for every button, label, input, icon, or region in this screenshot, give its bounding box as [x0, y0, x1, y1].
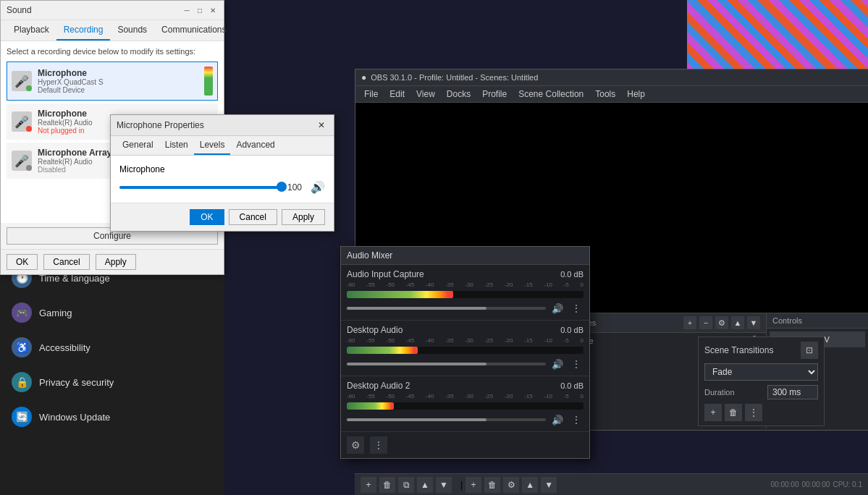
device-info-1: Microphone HyperX QuadCast S Default Dev… — [38, 68, 198, 94]
mixer-meter-labels-2: -60-55-50-45-40-35-30-25-20-15-10-50 — [347, 337, 583, 344]
windows-settings-page: 🕐 Time & language 🎮 Gaming ♿ Accessibili… — [0, 261, 224, 495]
dialog-titlebar: Microphone Properties ✕ — [111, 115, 334, 136]
mixer-gear-button[interactable]: ⚙ — [347, 436, 364, 454]
obs-menu-profile[interactable]: Profile — [476, 86, 513, 102]
slider-thumb[interactable] — [277, 182, 287, 192]
sources-down-button[interactable]: ▼ — [747, 316, 760, 329]
mixer-channel-1-header: Audio Input Capture 0.0 dB — [347, 269, 583, 279]
mic-properties-dialog: Microphone Properties ✕ General Listen L… — [110, 114, 334, 232]
windows-update-icon: 🔄 — [12, 407, 32, 427]
toolbar-scene-down-button[interactable]: ▼ — [541, 477, 557, 493]
sound-titlebar: Sound ─ □ ✕ — [1, 1, 224, 20]
titlebar-controls: ─ □ ✕ — [182, 5, 218, 15]
mixer-channel-3-header: Desktop Audio 2 0.0 dB — [347, 381, 583, 391]
dialog-cancel-button[interactable]: Cancel — [229, 209, 277, 225]
toolbar-scene-add-button[interactable]: + — [465, 477, 481, 493]
sources-settings-button[interactable]: ⚙ — [715, 316, 728, 329]
mixer-more-button-1[interactable]: ⋮ — [569, 301, 583, 316]
obs-menu-tools[interactable]: Tools — [589, 86, 621, 102]
dialog-ok-button[interactable]: OK — [190, 209, 224, 225]
apply-button[interactable]: Apply — [96, 254, 136, 270]
tab-communications[interactable]: Communications — [154, 20, 233, 41]
obs-menubar: File Edit View Docks Profile Scene Colle… — [355, 86, 868, 103]
settings-item-accessibility[interactable]: ♿ Accessibility — [0, 330, 224, 365]
mixer-mute-button-1[interactable]: 🔊 — [550, 301, 565, 316]
ok-button[interactable]: OK — [7, 254, 38, 270]
toolbar-add-button[interactable]: + — [361, 477, 376, 493]
mixer-more-button-2[interactable]: ⋮ — [569, 357, 583, 371]
transitions-dock-button[interactable]: ⊡ — [801, 342, 818, 359]
mixer-meter-2 — [347, 347, 583, 354]
toolbar-up-button[interactable]: ▲ — [417, 477, 433, 493]
dialog-apply-button[interactable]: Apply — [282, 209, 325, 225]
settings-item-windows-update[interactable]: 🔄 Windows Update — [0, 399, 224, 434]
settings-item-gaming[interactable]: 🎮 Gaming — [0, 295, 224, 330]
transitions-remove-button[interactable]: 🗑 — [725, 404, 742, 421]
transitions-duration-input[interactable] — [767, 385, 818, 399]
mixer-mute-button-3[interactable]: 🔊 — [550, 412, 565, 427]
device-icon-mic2: 🎤 — [12, 111, 32, 132]
toolbar-transform-button[interactable]: ⧉ — [398, 477, 414, 493]
mixer-slider-2[interactable] — [347, 363, 546, 365]
minimize-button[interactable]: ─ — [182, 5, 192, 15]
mixer-ellipsis-button[interactable]: ⋮ — [370, 436, 387, 454]
toolbar-remove-button[interactable]: 🗑 — [379, 477, 395, 493]
tab-recording[interactable]: Recording — [56, 20, 111, 41]
obs-bottom-toolbar: + 🗑 ⧉ ▲ ▼ | + 🗑 ⚙ ▲ ▼ 00:00:00 00:00:00 … — [355, 473, 868, 495]
mixer-footer: ⚙ ⋮ — [341, 432, 589, 458]
device-icon-mic3: 🎤 — [12, 151, 32, 171]
tab-playback[interactable]: Playback — [7, 20, 56, 41]
transitions-select[interactable]: Fade Cut Swipe Slide — [704, 363, 818, 381]
obs-menu-scene-collection[interactable]: Scene Collection — [513, 86, 589, 102]
dialog-tab-levels[interactable]: Levels — [194, 136, 231, 155]
sources-up-button[interactable]: ▲ — [731, 316, 744, 329]
obs-title-text: OBS 30.1.0 - Profile: Untitled - Scenes:… — [371, 73, 538, 82]
obs-titlebar: ● OBS 30.1.0 - Profile: Untitled - Scene… — [355, 69, 868, 86]
mixer-more-button-3[interactable]: ⋮ — [569, 412, 583, 427]
stat-time-1: 00:00:00 — [771, 481, 799, 488]
microphone-level-label: Microphone — [119, 164, 325, 174]
obs-menu-view[interactable]: View — [410, 86, 441, 102]
obs-menu-docks[interactable]: Docks — [441, 86, 476, 102]
toolbar-scene-gear-button[interactable]: ⚙ — [503, 477, 519, 493]
sources-add-button[interactable]: + — [683, 316, 696, 329]
toolbar-scene-remove-button[interactable]: 🗑 — [484, 477, 500, 493]
toolbar-down-button[interactable]: ▼ — [436, 477, 452, 493]
obs-menu-help[interactable]: Help — [621, 86, 651, 102]
dialog-close-button[interactable]: ✕ — [315, 119, 328, 132]
transitions-more-button[interactable]: ⋮ — [745, 404, 762, 421]
transitions-add-button[interactable]: + — [704, 404, 722, 421]
mixer-slider-3[interactable] — [347, 418, 546, 421]
transitions-duration-label: Duration — [704, 388, 735, 397]
mixer-channel-1-name: Audio Input Capture — [347, 269, 424, 279]
device-status-indicator — [26, 85, 32, 91]
gaming-label: Gaming — [39, 308, 72, 318]
toolbar-left: + 🗑 ⧉ ▲ ▼ | + 🗑 ⚙ ▲ ▼ — [361, 477, 557, 493]
obs-menu-file[interactable]: File — [358, 86, 384, 102]
cancel-button[interactable]: Cancel — [43, 254, 89, 270]
dialog-tab-listen[interactable]: Listen — [159, 136, 194, 155]
microphone-slider-track[interactable] — [119, 186, 282, 189]
stat-time-2: 00:00:00 — [801, 481, 830, 488]
stat-cpu: CPU: 0.1 — [833, 481, 862, 488]
obs-menu-edit[interactable]: Edit — [384, 86, 410, 102]
sources-remove-button[interactable]: − — [699, 316, 712, 329]
mixer-controls-row-2: 🔊 ⋮ — [347, 357, 583, 371]
toolbar-scene-up-button[interactable]: ▲ — [522, 477, 538, 493]
obs-logo: ● — [361, 72, 366, 82]
mixer-controls-row-1: 🔊 ⋮ — [347, 301, 583, 316]
controls-panel-header: Controls — [767, 313, 868, 329]
device-item[interactable]: 🎤 Microphone HyperX QuadCast S Default D… — [7, 62, 218, 101]
mixer-slider-1[interactable] — [347, 307, 546, 310]
maximize-button[interactable]: □ — [195, 5, 205, 15]
dialog-tab-general[interactable]: General — [117, 136, 159, 155]
mixer-slider-fill-3 — [347, 418, 486, 421]
close-button[interactable]: ✕ — [208, 5, 218, 15]
mixer-meter-1 — [347, 291, 583, 298]
mixer-mute-button-2[interactable]: 🔊 — [550, 357, 565, 371]
dialog-tab-advanced[interactable]: Advanced — [230, 136, 280, 155]
tab-sounds[interactable]: Sounds — [110, 20, 154, 41]
microphone-level-value: 100 — [287, 182, 305, 192]
settings-item-privacy[interactable]: 🔒 Privacy & security — [0, 365, 224, 399]
dialog-body: Microphone 100 🔊 — [111, 156, 334, 203]
